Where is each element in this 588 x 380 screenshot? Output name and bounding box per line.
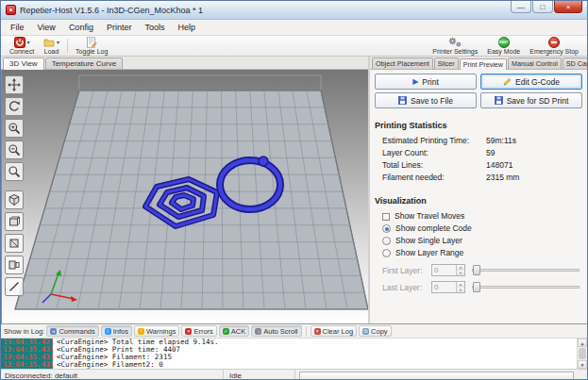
move-view-button[interactable] bbox=[5, 75, 24, 94]
toggle-log-button[interactable]: Toggle Log bbox=[71, 37, 112, 55]
show-travel-moves-checkbox[interactable] bbox=[382, 213, 390, 221]
first-layer-spinner[interactable]: 0 ▲▼ bbox=[431, 264, 465, 276]
visualization-section: Visualization Show Travel Moves Show com… bbox=[375, 196, 582, 293]
tab-manual-control[interactable]: Manual Control bbox=[508, 58, 562, 69]
close-button[interactable]: × bbox=[554, 1, 582, 13]
menu-config[interactable]: Config bbox=[62, 21, 100, 34]
filter-warnings-button[interactable]: !Warnings bbox=[134, 325, 179, 337]
print-icon: ▶ bbox=[412, 77, 418, 86]
clear-log-button[interactable]: ×Clear Log bbox=[311, 325, 358, 337]
filter-ack-button[interactable]: ✓ACK bbox=[219, 325, 249, 337]
warning-icon: ! bbox=[138, 328, 144, 335]
fullscreen-icon bbox=[8, 280, 21, 293]
tab-object-placement[interactable]: Object Placement bbox=[372, 58, 433, 69]
fullscreen-button[interactable] bbox=[5, 277, 24, 296]
print-preview-panel: ▶ Print Edit G-Code Save to File Save fo… bbox=[370, 70, 587, 323]
scroll-up-icon[interactable]: ▲ bbox=[578, 339, 587, 347]
stat-row: Filament needed: 2315 mm bbox=[375, 172, 582, 184]
fit-view-button[interactable] bbox=[5, 162, 24, 181]
save-for-sd-button[interactable]: Save for SD Print bbox=[480, 92, 582, 108]
main-toolbar: ▾ Connect ▾ Load Toggle Log bbox=[1, 36, 587, 57]
menu-bar: File View Config Printer Tools Help bbox=[1, 20, 587, 36]
isometric-view-icon bbox=[8, 193, 21, 207]
log-line: 13:04:35.431 <CuraEngine> Filament2: 0 bbox=[1, 361, 587, 369]
last-layer-spinner[interactable]: 0 ▲▼ bbox=[431, 281, 465, 293]
maximize-button[interactable]: □ bbox=[532, 1, 553, 13]
spin-down-icon[interactable]: ▼ bbox=[457, 271, 464, 276]
3d-viewport[interactable] bbox=[1, 70, 368, 323]
clear-log-icon: × bbox=[314, 328, 321, 335]
top-view-button[interactable] bbox=[5, 234, 24, 253]
toolbar-separator bbox=[67, 39, 68, 53]
log-scrollbar[interactable]: ▲ ▼ bbox=[577, 339, 587, 369]
spin-down-icon[interactable]: ▼ bbox=[457, 288, 464, 293]
print-button[interactable]: ▶ Print bbox=[375, 74, 477, 90]
visualization-title: Visualization bbox=[375, 196, 582, 206]
commands-icon: » bbox=[50, 328, 57, 335]
printer-state: Idle bbox=[224, 370, 295, 380]
edit-gcode-button[interactable]: Edit G-Code bbox=[480, 74, 582, 90]
tab-temperature-curve[interactable]: Temperature Curve bbox=[45, 58, 123, 69]
connect-dropdown-icon[interactable]: ▾ bbox=[27, 39, 30, 46]
menu-help[interactable]: Help bbox=[171, 21, 202, 34]
first-layer-slider[interactable] bbox=[472, 264, 580, 276]
load-icon: ▾ bbox=[43, 37, 59, 48]
save-to-file-button[interactable]: Save to File bbox=[375, 92, 477, 108]
menu-printer[interactable]: Printer bbox=[100, 21, 139, 34]
copy-button[interactable]: ⧉Copy bbox=[359, 325, 392, 337]
zoom-out-button[interactable] bbox=[5, 140, 24, 159]
show-complete-code-radio[interactable] bbox=[382, 224, 391, 233]
toggle-log-icon bbox=[86, 37, 97, 48]
printer-settings-button[interactable]: Printer Settings bbox=[428, 37, 482, 55]
load-button[interactable]: ▾ Load bbox=[39, 37, 64, 55]
window-title: Repetier-Host V1.5.6 - In3D-CGen_MocKhoa… bbox=[20, 6, 203, 15]
filter-infos-button[interactable]: iInfos bbox=[101, 325, 132, 337]
front-view-button[interactable] bbox=[5, 212, 24, 231]
error-icon: × bbox=[185, 328, 192, 335]
show-single-layer-radio[interactable] bbox=[382, 237, 391, 245]
filter-errors-button[interactable]: ×Errors bbox=[181, 325, 216, 337]
load-dropdown-icon[interactable]: ▾ bbox=[57, 39, 59, 46]
zoom-in-button[interactable] bbox=[5, 119, 24, 138]
slider-thumb[interactable] bbox=[473, 265, 480, 275]
scroll-down-icon[interactable]: ▼ bbox=[578, 360, 587, 369]
log-message: <CuraEngine> Filament2: 0 bbox=[53, 361, 163, 369]
connect-icon: ▾ bbox=[14, 37, 30, 48]
3d-scene bbox=[2, 70, 368, 323]
tab-print-preview[interactable]: Print Preview bbox=[460, 58, 507, 70]
view-tool-column bbox=[5, 75, 24, 296]
show-in-log-label: Show in Log: bbox=[4, 327, 44, 336]
side-view-button[interactable] bbox=[5, 256, 24, 274]
log-output[interactable]: 13:04:35.421 <CuraEngine> Total time ela… bbox=[1, 339, 587, 369]
menu-tools[interactable]: Tools bbox=[138, 21, 171, 34]
tab-sd-card[interactable]: SD Card bbox=[563, 58, 588, 69]
filter-commands-button[interactable]: »Commands bbox=[46, 325, 98, 337]
rotate-view-button[interactable] bbox=[5, 97, 24, 116]
menu-file[interactable]: File bbox=[4, 21, 31, 34]
isometric-view-button[interactable] bbox=[5, 190, 24, 209]
log-timestamp: 13:04:35.431 bbox=[1, 361, 53, 369]
tab-3d-view[interactable]: 3D View bbox=[3, 58, 44, 70]
ack-check-icon: ✓ bbox=[223, 328, 229, 335]
edit-icon bbox=[503, 77, 512, 86]
tab-slicer[interactable]: Slicer bbox=[434, 58, 459, 69]
side-view-icon bbox=[8, 258, 21, 272]
scrollbar-thumb[interactable] bbox=[579, 348, 586, 359]
last-layer-slider[interactable] bbox=[472, 281, 580, 293]
log-toolbar-separator bbox=[306, 326, 307, 337]
slider-thumb[interactable] bbox=[473, 282, 480, 292]
autoscroll-button[interactable]: ↓Auto Scroll bbox=[251, 325, 301, 337]
stat-value: 2315 mm bbox=[486, 172, 519, 184]
minimize-button[interactable]: — bbox=[511, 1, 531, 13]
emergency-stop-button[interactable]: Emergency Stop bbox=[525, 37, 583, 55]
menu-view[interactable]: View bbox=[31, 21, 62, 34]
titlebar[interactable]: Repetier-Host V1.5.6 - In3D-CGen_MocKhoa… bbox=[1, 1, 587, 20]
show-layer-range-radio[interactable] bbox=[382, 249, 391, 257]
right-tabstrip: Object Placement Slicer Print Preview Ma… bbox=[370, 57, 587, 70]
save-icon bbox=[398, 96, 407, 105]
connect-button[interactable]: ▾ Connect bbox=[5, 37, 39, 55]
easy-mode-button[interactable]: EASY Easy Mode bbox=[482, 37, 525, 55]
autoscroll-icon: ↓ bbox=[255, 328, 261, 335]
emergency-stop-icon bbox=[548, 37, 560, 48]
progress-bar bbox=[299, 372, 574, 380]
